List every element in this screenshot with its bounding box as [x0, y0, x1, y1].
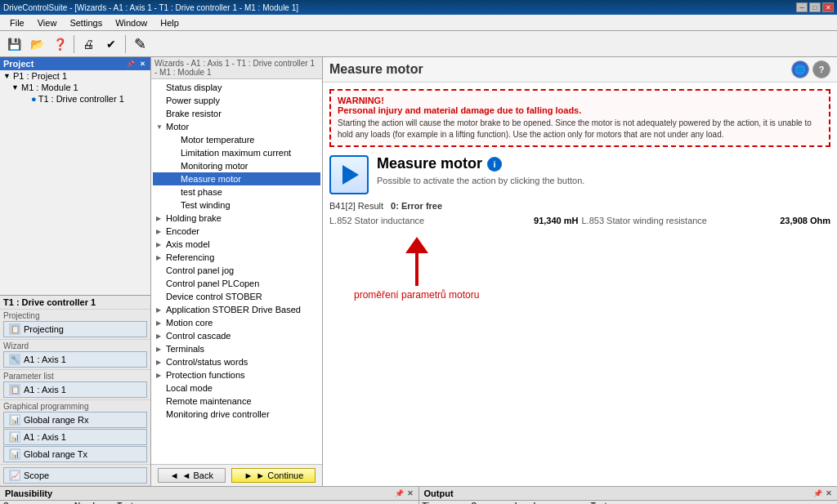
plausibility-title: Plausibility [5, 488, 52, 498]
paramlist-btn[interactable]: 📋 A1 : Axis 1 [3, 381, 147, 398]
project-panel-pin[interactable]: 📌 [126, 59, 136, 69]
wizard-btn-label: A1 : Axis 1 [24, 355, 66, 364]
tree-controller[interactable]: ● T1 : Drive controller 1 [0, 93, 150, 105]
nav-control-jog[interactable]: Control panel jog [153, 264, 320, 277]
plausibility-col-number: Number [71, 501, 114, 504]
tree-project[interactable]: ▼ P1 : Project 1 [0, 70, 150, 82]
nav-holding-brake[interactable]: Holding brake [153, 212, 320, 225]
toolbar-btn-print[interactable]: 🖨 [78, 33, 99, 55]
back-button[interactable]: ◄ ◄ Back [158, 468, 226, 483]
nav-test-phase[interactable]: test phase [153, 185, 320, 198]
param-label-0: L.852 Stator inductance [329, 216, 530, 225]
nav-app-stober[interactable]: Application STOBER Drive Based [153, 303, 320, 316]
nav-motor[interactable]: Motor [153, 120, 320, 133]
plausibility-pin-btn[interactable]: 📌 [395, 489, 404, 497]
nav-monitoring-motor[interactable]: Monitoring motor [153, 159, 320, 172]
graphprog-btn-axis[interactable]: 📊 A1 : Axis 1 [3, 429, 147, 445]
nav-monitoring-drive[interactable]: Monitoring drive controller [153, 408, 320, 421]
menu-view[interactable]: View [31, 16, 64, 29]
scope-btn[interactable]: 📈 Scope [3, 467, 147, 484]
measure-section: Measure motor i Possible to activate the… [329, 155, 830, 194]
nav-test-winding-label: Test winding [181, 200, 231, 210]
params-grid: L.852 Stator inductance 91,340 mH L.853 … [329, 216, 830, 225]
param-value-0: 91,340 mH [534, 216, 578, 225]
paramlist-btn-label: A1 : Axis 1 [24, 385, 66, 395]
nav-status-display[interactable]: Status display [153, 81, 320, 94]
nav-measure-motor[interactable]: Measure motor [153, 172, 320, 185]
nav-remote-maintenance[interactable]: Remote maintenance [153, 395, 320, 408]
graphprog-btn-rx[interactable]: 📊 Global range Rx [3, 412, 147, 428]
menu-file[interactable]: File [3, 16, 31, 29]
back-icon: ◄ [170, 471, 179, 480]
nav-control-cascade[interactable]: Control cascade [153, 329, 320, 342]
graphprog-btn-tx[interactable]: 📊 Global range Tx [3, 446, 147, 462]
left-lower-section: T1 : Drive controller 1 Projecting 📋 Pro… [0, 295, 150, 486]
plausibility-close-btn[interactable]: ✕ [407, 489, 414, 497]
menu-settings[interactable]: Settings [63, 16, 109, 29]
nav-referencing[interactable]: Referencing [153, 251, 320, 264]
nav-power-supply[interactable]: Power supply [153, 94, 320, 107]
warning-text: Starting the action will cause the motor… [338, 118, 822, 140]
menu-help[interactable]: Help [154, 16, 186, 29]
menu-bar: File View Settings Window Help [0, 15, 837, 31]
nav-protection[interactable]: Protection functions [153, 368, 320, 381]
b41-status: B41[2] Result 0: Error free [329, 201, 830, 211]
scope-section: 📈 Scope [0, 465, 150, 486]
arrow-up-icon [405, 237, 428, 253]
nav-local-mode[interactable]: Local mode [153, 381, 320, 395]
nav-control-status[interactable]: Control/status words [153, 355, 320, 368]
nav-axis-model[interactable]: Axis model [153, 238, 320, 251]
tree-module[interactable]: ▼ M1 : Module 1 [0, 82, 150, 93]
graphprog-section: Graphical programming 📊 Global range Rx … [0, 400, 150, 465]
content-title: Measure motor [329, 62, 423, 77]
projecting-icon: 📋 [9, 323, 20, 335]
graphprog-tx-icon: 📊 [9, 448, 20, 460]
close-button[interactable]: ✕ [822, 2, 834, 12]
b41-value: 0: Error free [391, 201, 442, 211]
wizard-btn[interactable]: 🔧 A1 : Axis 1 [3, 351, 147, 368]
nav-terminals[interactable]: Terminals [153, 342, 320, 355]
toolbar-separator [74, 35, 74, 53]
param-row-1: L.853 Stator winding resistance 23,908 O… [582, 216, 831, 225]
header-icons: 🌐 ? [791, 60, 830, 78]
continue-button[interactable]: ► ► Continue [231, 468, 316, 483]
plausibility-table-wrapper: Source Number Text M1 / T1 / A1 10049 Qu… [0, 501, 418, 504]
projecting-btn-label: Projecting [24, 324, 64, 334]
nav-terminals-label: Terminals [166, 344, 204, 354]
nav-encoder[interactable]: Encoder [153, 225, 320, 238]
toolbar-btn-save[interactable]: 💾 [3, 33, 25, 55]
nav-motion-core[interactable]: Motion core [153, 316, 320, 329]
content-body: WARNING! Personal injury and material da… [323, 83, 837, 486]
plausibility-panel: Plausibility 📌 ✕ Source Number Text [0, 487, 419, 504]
toolbar-btn-check[interactable]: ✔ [101, 33, 122, 55]
nav-brake-resistor[interactable]: Brake resistor [153, 107, 320, 120]
nav-device-control[interactable]: Device control STOBER [153, 290, 320, 303]
output-panel: Output 📌 ✕ Time Source Level Text [419, 487, 838, 504]
nav-monitoring-drive-label: Monitoring drive controller [166, 409, 270, 419]
maximize-button[interactable]: □ [809, 2, 821, 12]
info-icon-btn[interactable]: ? [812, 60, 830, 78]
globe-icon-btn[interactable]: 🌐 [791, 60, 809, 78]
projecting-btn[interactable]: 📋 Projecting [3, 321, 147, 337]
minimize-button[interactable]: ─ [796, 2, 808, 12]
nav-test-winding[interactable]: Test winding [153, 198, 320, 212]
output-close-btn[interactable]: ✕ [826, 489, 832, 497]
nav-control-cascade-label: Control cascade [166, 331, 231, 341]
project-panel-close[interactable]: ✕ [137, 59, 147, 69]
nav-motor-temp[interactable]: Motor temperature [153, 133, 320, 146]
measure-info-icon[interactable]: i [487, 157, 502, 172]
nav-control-plcopen[interactable]: Control panel PLCopen [153, 277, 320, 290]
menu-window[interactable]: Window [109, 16, 154, 29]
nav-bottom-buttons: ◄ ◄ Back ► ► Continue [151, 464, 322, 486]
toolbar-btn-open[interactable]: 📂 [26, 33, 47, 55]
expand-project-icon: ▼ [3, 72, 11, 80]
toolbar-btn-help[interactable]: ❓ [49, 33, 70, 55]
measure-play-button[interactable] [329, 155, 369, 194]
measure-title-block: Measure motor i [377, 155, 830, 172]
output-col-time: Time [419, 501, 468, 504]
plausibility-controls: 📌 ✕ [395, 489, 414, 497]
nav-axis-model-label: Axis model [166, 239, 210, 249]
toolbar-btn-extra[interactable]: ✎ [129, 33, 150, 55]
nav-limit-current[interactable]: Limitation maximum current [153, 146, 320, 159]
output-pin-btn[interactable]: 📌 [813, 489, 822, 497]
